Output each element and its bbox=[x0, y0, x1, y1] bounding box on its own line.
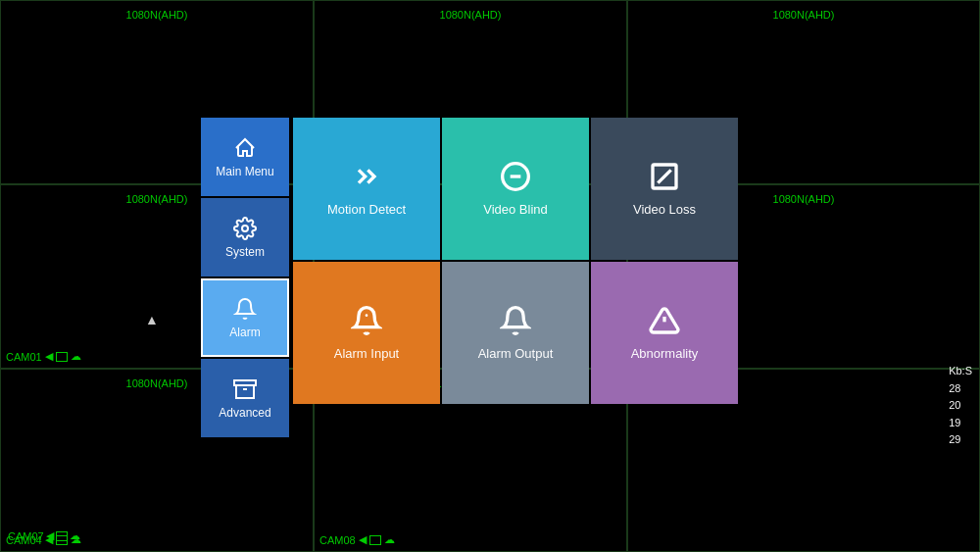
main-menu-item[interactable]: Main Menu bbox=[201, 118, 289, 196]
res-label-2: 1080N(AHD) bbox=[440, 9, 502, 21]
kbs-panel: Kb:S 28 20 19 29 bbox=[949, 363, 972, 449]
home-icon bbox=[233, 136, 257, 160]
cam-icon-07 bbox=[56, 531, 68, 541]
res-label-7: 1080N(AHD) bbox=[126, 377, 188, 389]
inbox-icon bbox=[233, 377, 257, 401]
main-menu-label: Main Menu bbox=[216, 165, 273, 178]
svg-point-0 bbox=[242, 226, 248, 231]
system-menu-label: System bbox=[225, 245, 265, 259]
svg-rect-1 bbox=[234, 380, 256, 385]
video-loss-tile[interactable]: Video Loss bbox=[591, 118, 738, 260]
kbs-val-3: 19 bbox=[949, 415, 972, 432]
alarm-input-tile[interactable]: Alarm Input bbox=[293, 262, 440, 404]
svg-point-7 bbox=[366, 314, 368, 317]
alarm-menu-item[interactable]: Alarm bbox=[201, 278, 289, 357]
bell-icon bbox=[233, 297, 257, 321]
abnormality-label: Abnormality bbox=[631, 346, 699, 361]
system-menu-item[interactable]: System bbox=[201, 198, 289, 276]
triangle-warning-icon bbox=[649, 305, 680, 336]
minus-circle-icon bbox=[500, 161, 531, 192]
alarm-output-tile[interactable]: Alarm Output bbox=[442, 262, 589, 404]
cam01-label: CAM01 ◀ ☁ bbox=[6, 350, 81, 363]
kbs-val-4: 29 bbox=[949, 431, 972, 449]
slash-box-icon bbox=[649, 161, 680, 192]
cam07-label: CAM07 ◀ ☁ bbox=[8, 529, 80, 542]
side-menu: Main Menu System Alarm Advanced bbox=[201, 118, 291, 437]
cam08-label: CAM08 ◀ ☁ bbox=[319, 533, 395, 546]
res-label-1: 1080N(AHD) bbox=[126, 9, 188, 21]
alarm-output-label: Alarm Output bbox=[478, 346, 554, 361]
cam-icon-record3 bbox=[369, 535, 381, 545]
res-label-3: 1080N(AHD) bbox=[773, 9, 835, 21]
kbs-val-1: 28 bbox=[949, 380, 972, 398]
bell-outline2-icon bbox=[500, 305, 531, 336]
video-loss-label: Video Loss bbox=[633, 202, 696, 217]
res-label-6: 1080N(AHD) bbox=[773, 193, 835, 205]
gear-icon bbox=[233, 217, 257, 240]
bell-outline-icon bbox=[351, 305, 382, 336]
abnormality-tile[interactable]: Abnormality bbox=[591, 262, 738, 404]
chevrons-right-icon bbox=[351, 161, 382, 192]
alarm-menu-label: Alarm bbox=[229, 326, 260, 339]
cam-icon-record bbox=[56, 352, 68, 362]
res-label-4: 1080N(AHD) bbox=[126, 193, 188, 205]
alarm-input-label: Alarm Input bbox=[334, 346, 399, 361]
kbs-val-2: 20 bbox=[949, 397, 972, 415]
advanced-menu-item[interactable]: Advanced bbox=[201, 359, 289, 437]
video-blind-label: Video Blind bbox=[483, 202, 548, 217]
menu-overlay: Main Menu System Alarm Advanced bbox=[201, 118, 738, 437]
kbs-label: Kb:S bbox=[949, 363, 972, 380]
motion-detect-tile[interactable]: Motion Detect bbox=[293, 118, 440, 260]
svg-line-6 bbox=[658, 170, 670, 182]
alarm-submenu: Motion Detect Video Blind Video Loss bbox=[293, 118, 738, 437]
advanced-menu-label: Advanced bbox=[219, 406, 270, 420]
motion-detect-label: Motion Detect bbox=[327, 202, 406, 217]
video-blind-tile[interactable]: Video Blind bbox=[442, 118, 589, 260]
